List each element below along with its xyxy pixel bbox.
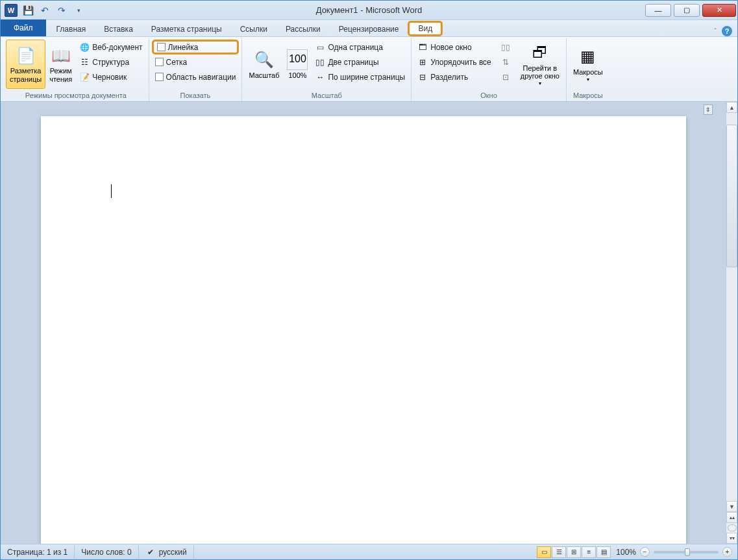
help-icon[interactable]: ? (722, 26, 732, 36)
tab-view[interactable]: Вид (408, 21, 443, 36)
ruler-checkbox[interactable]: Линейка (152, 40, 240, 55)
gridlines-label: Сетка (166, 58, 188, 67)
macros-button[interactable]: ▦ Макросы ▾ (569, 40, 607, 89)
file-tab[interactable]: Файл (1, 19, 46, 36)
maximize-button[interactable]: ▢ (674, 4, 700, 17)
one-page-button[interactable]: ▭ Одна страница (312, 40, 408, 55)
sync-scroll-icon: ⇅ (500, 57, 511, 67)
split-label: Разделить (430, 73, 468, 82)
browse-object-button[interactable] (728, 524, 737, 531)
one-page-label: Одна страница (328, 43, 382, 52)
side-by-side-icon: ▯▯ (500, 42, 511, 53)
minimize-button[interactable]: — (645, 4, 671, 17)
tab-review[interactable]: Рецензирование (330, 21, 408, 36)
scroll-up-icon[interactable]: ▲ (726, 102, 737, 113)
reading-mode-label: Режим чтения (49, 67, 72, 83)
dropdown-arrow-icon: ▾ (539, 80, 541, 86)
group-window: 🗔 Новое окно ⊞ Упорядочить все ⊟ Раздели… (412, 38, 567, 101)
redo-icon[interactable]: ↷ (54, 3, 69, 18)
zoom-label: Масштаб (249, 71, 279, 80)
close-button[interactable]: ✕ (702, 4, 736, 17)
status-language[interactable]: ✔ русский (139, 544, 194, 559)
ruler-toggle-button[interactable]: ⇳ (704, 104, 713, 115)
outline-button[interactable]: ☷ Структура (76, 55, 145, 69)
qat-customize-icon[interactable]: ▾ (71, 3, 86, 18)
web-layout-button[interactable]: 🌐 Веб-документ (76, 40, 145, 55)
print-layout-button[interactable]: 📄 Разметка страницы (6, 40, 45, 89)
zoom-percent-label[interactable]: 100% (616, 548, 636, 557)
tab-mailings[interactable]: Рассылки (277, 21, 330, 36)
minimize-ribbon-icon[interactable]: ˆ (714, 27, 717, 35)
split-button[interactable]: ⊟ Разделить (414, 69, 495, 84)
arrange-all-label: Упорядочить все (430, 58, 491, 67)
status-words[interactable]: Число слов: 0 (75, 544, 138, 559)
gridlines-checkbox-box[interactable] (155, 58, 164, 66)
ribbon-tabs: Файл Главная Вставка Разметка страницы С… (1, 20, 737, 37)
two-pages-icon: ▯▯ (315, 57, 325, 67)
tab-page-layout[interactable]: Разметка страницы (142, 21, 231, 36)
one-page-icon: ▭ (315, 42, 325, 53)
document-page[interactable] (41, 116, 686, 544)
nav-pane-checkbox-box[interactable] (155, 73, 164, 81)
status-page[interactable]: Страница: 1 из 1 (1, 544, 75, 559)
reading-mode-icon: 📖 (51, 45, 71, 66)
switch-windows-button[interactable]: 🗗 Перейти в другое окно ▾ (517, 40, 563, 89)
vertical-scrollbar[interactable]: ▲ ▼ ▴▴ ▾▾ (726, 102, 737, 544)
help-area: ˆ ? (714, 26, 737, 36)
two-pages-button[interactable]: ▯▯ Две страницы (312, 55, 408, 69)
next-page-icon[interactable]: ▾▾ (726, 533, 737, 544)
zoom-100-button[interactable]: 100 100% (283, 40, 312, 89)
zoom-slider-thumb[interactable] (685, 548, 690, 556)
status-page-label: Страница: 1 из 1 (7, 548, 68, 557)
tab-home[interactable]: Главная (47, 21, 95, 36)
arrange-all-button[interactable]: ⊞ Упорядочить все (414, 55, 495, 69)
save-icon[interactable]: 💾 (20, 3, 36, 18)
zoom-slider[interactable] (654, 551, 719, 554)
ruler-label: Линейка (168, 43, 199, 52)
gridlines-checkbox[interactable]: Сетка (152, 55, 240, 69)
scrollbar-thumb[interactable] (726, 125, 737, 267)
scrollbar-track[interactable] (726, 267, 737, 501)
web-layout-label: Веб-документ (92, 43, 142, 52)
group-show-label: Показать (152, 90, 240, 101)
view-switcher: ▭ ☰ ⊞ ≡ ▤ 100% − + (536, 544, 737, 559)
ribbon: 📄 Разметка страницы 📖 Режим чтения 🌐 Веб… (1, 37, 737, 102)
reading-mode-button[interactable]: 📖 Режим чтения (45, 40, 76, 89)
view-print-layout-icon[interactable]: ▭ (537, 546, 551, 558)
tab-references[interactable]: Ссылки (231, 21, 277, 36)
tab-insert[interactable]: Вставка (95, 21, 142, 36)
group-window-label: Окно (414, 90, 563, 101)
zoom-in-button[interactable]: + (722, 547, 732, 557)
zoom-out-button[interactable]: − (640, 547, 650, 557)
group-zoom-label: Масштаб (245, 90, 408, 101)
new-window-button[interactable]: 🗔 Новое окно (414, 40, 495, 55)
window-controls: — ▢ ✕ (643, 4, 737, 17)
view-reading-icon[interactable]: ☰ (552, 546, 566, 558)
document-scroll[interactable]: ⇳ (1, 102, 726, 544)
undo-icon[interactable]: ↶ (37, 3, 53, 18)
zoom-100-label: 100% (288, 71, 306, 80)
reset-pos-button[interactable]: ⊡ (497, 69, 514, 84)
word-logo-icon: W (5, 4, 18, 17)
outline-icon: ☷ (79, 57, 90, 67)
page-width-icon: ↔ (315, 72, 325, 82)
new-window-icon: 🗔 (417, 42, 428, 53)
view-draft-icon[interactable]: ▤ (597, 546, 611, 558)
scroll-down-icon[interactable]: ▼ (726, 501, 737, 512)
group-macros-label: Макросы (569, 90, 607, 101)
sync-scroll-button[interactable]: ⇅ (497, 55, 514, 69)
ruler-checkbox-box[interactable] (157, 43, 166, 51)
zoom-button[interactable]: 🔍 Масштаб (245, 40, 283, 89)
split-icon: ⊟ (417, 72, 428, 82)
draft-label: Черновик (92, 73, 127, 82)
prev-page-icon[interactable]: ▴▴ (726, 512, 737, 523)
word-app-icon[interactable]: W (3, 3, 19, 18)
text-cursor (111, 184, 112, 198)
draft-button[interactable]: 📝 Черновик (76, 69, 145, 84)
view-web-icon[interactable]: ⊞ (567, 546, 581, 558)
page-width-button[interactable]: ↔ По ширине страницы (312, 69, 408, 84)
nav-pane-checkbox[interactable]: Область навигации (152, 69, 240, 84)
view-outline-icon[interactable]: ≡ (582, 546, 596, 558)
nav-pane-label: Область навигации (166, 73, 236, 82)
view-side-button[interactable]: ▯▯ (497, 40, 514, 55)
